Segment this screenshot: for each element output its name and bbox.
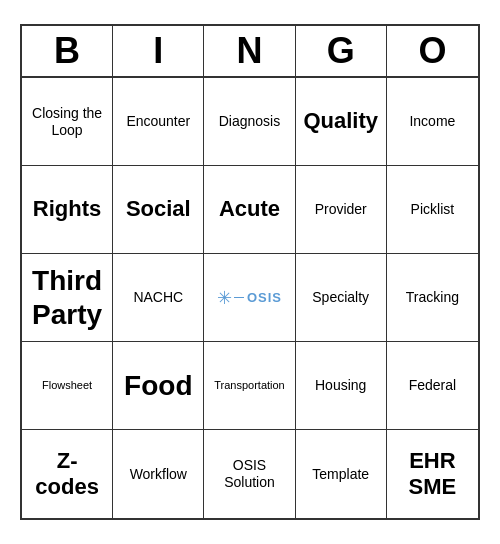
- bingo-cell: Workflow: [113, 430, 204, 518]
- cell-text: OSIS Solution: [208, 457, 290, 491]
- header-letter: B: [22, 26, 113, 76]
- bingo-header: BINGO: [22, 26, 478, 78]
- cell-text: Template: [312, 466, 369, 483]
- cell-text: Third Party: [26, 264, 108, 331]
- cell-text: Federal: [409, 377, 456, 394]
- bingo-cell: ✳OSIS: [204, 254, 295, 342]
- cell-text: Picklist: [411, 201, 455, 218]
- cell-text: Flowsheet: [42, 379, 92, 392]
- bingo-cell: Template: [296, 430, 387, 518]
- cell-text: EHR SME: [391, 448, 474, 501]
- bingo-cell: Flowsheet: [22, 342, 113, 430]
- bingo-cell: Federal: [387, 342, 478, 430]
- bingo-cell: Income: [387, 78, 478, 166]
- cell-text: Specialty: [312, 289, 369, 306]
- cell-text: Income: [409, 113, 455, 130]
- bingo-cell: Third Party: [22, 254, 113, 342]
- cell-text: Rights: [33, 196, 101, 222]
- bingo-cell: Picklist: [387, 166, 478, 254]
- bingo-cell: OSIS Solution: [204, 430, 295, 518]
- cell-text: Diagnosis: [219, 113, 280, 130]
- bingo-cell: Closing the Loop: [22, 78, 113, 166]
- bingo-cell: Z-codes: [22, 430, 113, 518]
- cell-text: Transportation: [214, 379, 285, 392]
- cell-text: Food: [124, 369, 192, 403]
- bingo-cell: Provider: [296, 166, 387, 254]
- bingo-cell: NACHC: [113, 254, 204, 342]
- bingo-cell: Housing: [296, 342, 387, 430]
- cell-text: Tracking: [406, 289, 459, 306]
- cell-text: Z-codes: [26, 448, 108, 501]
- cell-text: Closing the Loop: [26, 105, 108, 139]
- bingo-cell: Specialty: [296, 254, 387, 342]
- header-letter: O: [387, 26, 478, 76]
- bingo-card: BINGO Closing the LoopEncounterDiagnosis…: [20, 24, 480, 520]
- bingo-cell: Social: [113, 166, 204, 254]
- osis-logo: ✳OSIS: [217, 289, 282, 307]
- bingo-cell: Acute: [204, 166, 295, 254]
- cell-text: Social: [126, 196, 191, 222]
- bingo-cell: Encounter: [113, 78, 204, 166]
- cell-text: Housing: [315, 377, 366, 394]
- cell-text: Workflow: [130, 466, 187, 483]
- bingo-cell: Food: [113, 342, 204, 430]
- header-letter: G: [296, 26, 387, 76]
- bingo-grid: Closing the LoopEncounterDiagnosisQualit…: [22, 78, 478, 518]
- bingo-cell: Quality: [296, 78, 387, 166]
- header-letter: N: [204, 26, 295, 76]
- cell-text: Encounter: [126, 113, 190, 130]
- bingo-cell: Rights: [22, 166, 113, 254]
- cell-text: Provider: [315, 201, 367, 218]
- bingo-cell: EHR SME: [387, 430, 478, 518]
- cell-text: Acute: [219, 196, 280, 222]
- bingo-cell: Diagnosis: [204, 78, 295, 166]
- bingo-cell: Transportation: [204, 342, 295, 430]
- cell-text: NACHC: [133, 289, 183, 306]
- header-letter: I: [113, 26, 204, 76]
- cell-text: Quality: [303, 108, 378, 134]
- bingo-cell: Tracking: [387, 254, 478, 342]
